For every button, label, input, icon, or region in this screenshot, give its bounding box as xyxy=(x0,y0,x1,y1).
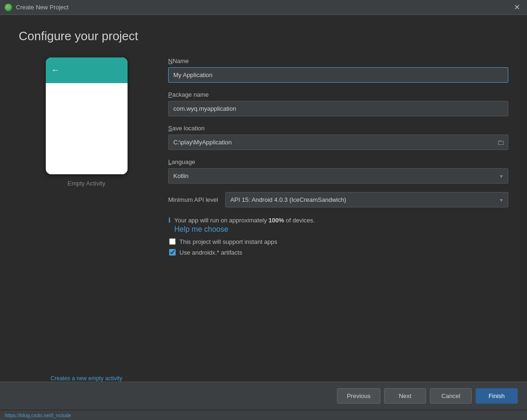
folder-icon[interactable]: 🗀 xyxy=(497,138,505,147)
right-panel: NName Package name Save location 🗀 xyxy=(168,57,508,382)
language-group: Language Kotlin Java xyxy=(168,158,508,184)
package-name-group: Package name xyxy=(168,91,508,116)
next-button[interactable]: Next xyxy=(384,388,426,404)
cancel-button[interactable]: Cancel xyxy=(430,388,472,404)
api-row: Minimum API level API 15: Android 4.0.3 … xyxy=(168,192,508,207)
info-icon: ℹ xyxy=(168,216,171,224)
activity-label: Empty Activity xyxy=(68,180,106,187)
main-content: Configure your project ← Empty Activity … xyxy=(0,15,527,420)
app-icon xyxy=(5,4,12,11)
left-panel: ← Empty Activity Creates a new empty act… xyxy=(19,57,154,382)
help-me-choose-link[interactable]: Help me choose xyxy=(174,225,315,234)
min-api-select-wrapper: API 15: Android 4.0.3 (IceCreamSandwich)… xyxy=(225,192,508,207)
phone-mockup: ← xyxy=(46,57,128,174)
save-location-input[interactable] xyxy=(168,135,508,150)
info-content: Your app will run on approximately 100% … xyxy=(174,216,315,234)
info-text: Your app will run on approximately 100% … xyxy=(174,217,315,224)
creates-label: Creates a new empty activity xyxy=(50,366,122,382)
androidx-row: Use androidx.* artifacts xyxy=(169,249,508,256)
name-group: NName xyxy=(168,57,508,83)
name-input[interactable] xyxy=(168,67,508,83)
min-api-select[interactable]: API 15: Android 4.0.3 (IceCreamSandwich)… xyxy=(225,192,508,207)
page-title: Configure your project xyxy=(19,29,508,43)
package-name-input[interactable] xyxy=(168,101,508,116)
save-location-wrapper: 🗀 xyxy=(168,135,508,150)
language-select-wrapper: Kotlin Java xyxy=(168,168,508,184)
back-arrow-icon: ← xyxy=(51,65,60,75)
androidx-checkbox[interactable] xyxy=(169,249,176,256)
phone-header: ← xyxy=(46,57,128,83)
save-location-group: Save location 🗀 xyxy=(168,125,508,150)
language-select[interactable]: Kotlin Java xyxy=(168,168,508,184)
androidx-label: Use androidx.* artifacts xyxy=(179,249,242,256)
info-row: ℹ Your app will run on approximately 100… xyxy=(168,216,508,234)
finish-button[interactable]: Finish xyxy=(476,388,518,404)
footer: Previous Next Cancel Finish xyxy=(0,382,527,410)
name-label: NName xyxy=(168,57,508,64)
package-name-label: Package name xyxy=(168,91,508,98)
page-header: Configure your project xyxy=(0,15,527,57)
instant-apps-checkbox[interactable] xyxy=(169,238,176,245)
save-location-label: Save location xyxy=(168,125,508,132)
previous-button[interactable]: Previous xyxy=(337,388,380,404)
title-bar: Create New Project ✕ xyxy=(0,0,527,15)
phone-body xyxy=(46,83,128,174)
min-api-label: Minimum API level xyxy=(168,196,218,203)
instant-apps-label: This project will support instant apps xyxy=(179,238,278,245)
instant-apps-row: This project will support instant apps xyxy=(169,238,508,245)
language-label: Language xyxy=(168,158,508,165)
status-url: https://blog.csdn.net/l_nclude xyxy=(5,413,71,418)
content-body: ← Empty Activity Creates a new empty act… xyxy=(0,57,527,382)
title-bar-text: Create New Project xyxy=(16,4,69,11)
status-bar: https://blog.csdn.net/l_nclude xyxy=(0,410,527,420)
close-button[interactable]: ✕ xyxy=(511,2,522,13)
title-bar-left: Create New Project xyxy=(5,4,69,11)
